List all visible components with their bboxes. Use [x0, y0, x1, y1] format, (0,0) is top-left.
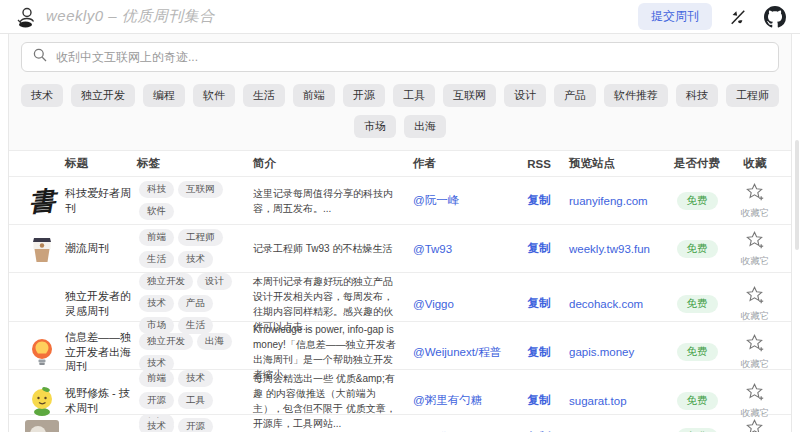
search-section: [9, 34, 791, 76]
lightbulb-icon: [19, 337, 65, 367]
filter-tag[interactable]: 独立开发: [71, 84, 135, 107]
filter-tag[interactable]: 生活: [243, 84, 285, 107]
column-header-paid: 是否付费: [665, 156, 729, 171]
favorite-button[interactable]: 收藏它: [729, 230, 781, 268]
filter-tag[interactable]: 工程师: [726, 84, 779, 107]
rss-copy-link[interactable]: 复制: [517, 393, 561, 408]
author-link[interactable]: @阮一峰: [405, 193, 517, 208]
coffee-cup-icon: [19, 234, 65, 264]
table-row: 视野修炼 - 技术周刊 前端 技术 开源 工具 知识 每周会精选出一些 优质&a…: [9, 370, 791, 415]
github-icon[interactable]: [764, 6, 786, 28]
weekly-tags: 前端 工程师 生活 技术: [137, 229, 249, 268]
favorite-button[interactable]: 收藏它: [729, 182, 781, 220]
top-bar: weekly0 – 优质周刊集合 提交周刊: [0, 0, 800, 34]
weekly-tags: 独立开发 设计 技术 产品 市场 生活: [137, 273, 249, 334]
site-link[interactable]: ruanyifeng.com: [561, 195, 665, 207]
scrollbar[interactable]: [795, 140, 799, 250]
rss-copy-link[interactable]: 复制: [517, 193, 561, 208]
tag-pill: 工具: [178, 392, 213, 409]
star-plus-icon[interactable]: [745, 333, 765, 357]
tag-pill: 生活: [139, 251, 174, 268]
author-link[interactable]: @Tw93: [405, 243, 517, 255]
weekly-title: 信息差——独立开发者出海周刊: [65, 330, 137, 375]
page-title: weekly0 – 优质周刊集合: [46, 7, 215, 26]
weekly-table: 書 科技爱好者周刊 科技 互联网 软件 这里记录每周值得分享的科技内容，周五发布…: [9, 177, 791, 432]
rss-copy-link[interactable]: 复制: [517, 296, 561, 311]
column-header-favorite: 收藏: [729, 156, 781, 171]
tag-pill: 出海: [197, 333, 232, 350]
author-link[interactable]: @Weijunext/程普: [405, 345, 517, 360]
tag-pill: 技术: [139, 295, 174, 312]
filter-tag[interactable]: 工具: [393, 84, 435, 107]
free-badge: 免费: [677, 343, 718, 361]
tag-pill: 独立开发: [139, 273, 193, 290]
author-link[interactable]: @粥里有勺糖: [405, 393, 517, 408]
tag-pill: 生活: [178, 317, 213, 334]
tag-pill: 技术: [139, 355, 174, 372]
site-link[interactable]: decohack.com: [561, 298, 665, 310]
favorite-button[interactable]: 收藏它: [729, 382, 781, 420]
site-link[interactable]: gapis.money: [561, 346, 665, 358]
tag-pill: 产品: [178, 295, 213, 312]
filter-tag[interactable]: 设计: [504, 84, 546, 107]
column-header-intro: 简介: [249, 156, 405, 171]
table-row: 潮流周刊 前端 工程师 生活 技术 记录工程师 Tw93 的不枯燥生活 @Tw9…: [9, 225, 791, 273]
weekly-intro: 这里记录每周值得分享的科技内容，周五发布。...: [249, 186, 405, 216]
filter-tag[interactable]: 软件推荐: [604, 84, 668, 107]
tag-pill: 技术: [178, 251, 213, 268]
weekly-intro: 每周会精选出一些 优质&amp;有趣 的内容做推送（大前端为主），包含但不限于 …: [249, 371, 405, 431]
star-plus-icon[interactable]: [745, 382, 765, 406]
tag-pill: 前端: [139, 370, 174, 387]
tag-pill: 开源: [178, 418, 213, 432]
rss-copy-link[interactable]: 复制: [517, 345, 561, 360]
filter-tag[interactable]: 技术: [21, 84, 63, 107]
filter-tag[interactable]: 开源: [343, 84, 385, 107]
tag-pill: 工程师: [178, 229, 223, 246]
theme-toggle-icon[interactable]: [728, 7, 748, 27]
filter-tag[interactable]: 产品: [554, 84, 596, 107]
rss-copy-link[interactable]: 复制: [517, 241, 561, 256]
site-link[interactable]: weekly.tw93.fun: [561, 243, 665, 255]
tag-pill: 软件: [139, 203, 174, 220]
search-box[interactable]: [21, 42, 779, 72]
search-input[interactable]: [56, 50, 768, 64]
favorite-button[interactable]: 收藏它: [729, 418, 781, 432]
tag-pill: 技术: [139, 418, 174, 432]
weekly-tags: 科技 互联网 软件: [137, 181, 249, 220]
filter-tag[interactable]: 软件: [193, 84, 235, 107]
star-plus-icon[interactable]: [745, 418, 765, 432]
filter-tag[interactable]: 前端: [293, 84, 335, 107]
free-badge: 免费: [677, 392, 718, 410]
filter-tag[interactable]: 编程: [143, 84, 185, 107]
cat-photo: [19, 420, 65, 432]
favorite-label: 收藏它: [741, 310, 770, 323]
favorite-label: 收藏它: [741, 207, 770, 220]
filter-tag[interactable]: 出海: [404, 115, 446, 138]
tag-pill: 技术: [178, 370, 213, 387]
filter-tag-row: 技术 独立开发 编程 软件 生活 前端 开源 工具 互联网 设计 产品 软件推荐…: [9, 76, 791, 151]
search-icon: [32, 47, 48, 67]
weekly-title: 视野修炼 - 技术周刊: [65, 386, 137, 416]
star-plus-icon[interactable]: [745, 182, 765, 206]
weekly-tags: 独立开发 出海 技术: [137, 333, 249, 372]
table-row: 信息差——独立开发者出海周刊 独立开发 出海 技术 Knowledge is p…: [9, 322, 791, 370]
favorite-button[interactable]: 收藏它: [729, 333, 781, 371]
column-header-tags: 标签: [137, 156, 249, 171]
filter-tag[interactable]: 互联网: [443, 84, 496, 107]
star-plus-icon[interactable]: [745, 285, 765, 309]
filter-tag[interactable]: 市场: [354, 115, 396, 138]
favorite-button[interactable]: 收藏它: [729, 285, 781, 323]
table-row: 書 科技爱好者周刊 科技 互联网 软件 这里记录每周值得分享的科技内容，周五发布…: [9, 177, 791, 225]
favorite-label: 收藏它: [741, 358, 770, 371]
column-header-rss: RSS: [517, 158, 561, 170]
weekly-title: 潮流周刊: [65, 241, 137, 256]
site-link[interactable]: sugarat.top: [561, 395, 665, 407]
tag-pill: 市场: [139, 317, 174, 334]
author-link[interactable]: @Viggo: [405, 298, 517, 310]
star-plus-icon[interactable]: [745, 230, 765, 254]
filter-tag[interactable]: 科技: [676, 84, 718, 107]
tag-pill: 科技: [139, 181, 174, 198]
submit-weekly-button[interactable]: 提交周刊: [638, 3, 712, 30]
weekly-intro: 记录工程师 Tw93 的不枯燥生活: [249, 241, 405, 256]
table-header: 标题 标签 简介 作者 RSS 预览站点 是否付费 收藏: [9, 151, 791, 177]
